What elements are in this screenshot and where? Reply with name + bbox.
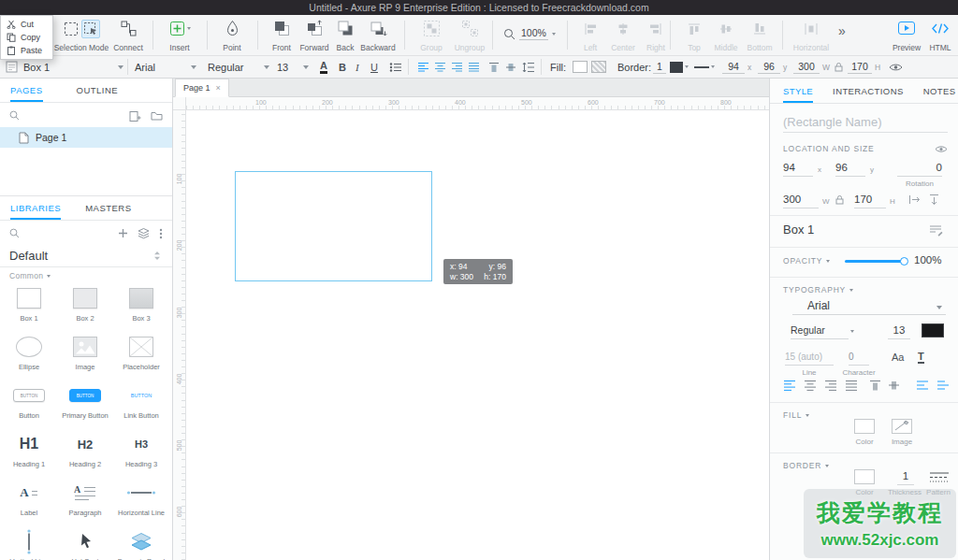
menu-item-cut[interactable]: Cut	[1, 18, 52, 31]
text-align-justify-icon[interactable]	[845, 380, 858, 391]
border-pattern-icon[interactable]	[929, 471, 950, 483]
opacity-value[interactable]: 100%	[914, 253, 951, 269]
zoom-control[interactable]: 100%	[503, 27, 556, 40]
edit-style-icon[interactable]	[929, 224, 943, 237]
border-section-header[interactable]: BORDER	[783, 461, 829, 470]
fill-color-swatch[interactable]	[854, 419, 875, 434]
vertical-align-top-icon[interactable]	[869, 380, 881, 391]
font-family-dropdown[interactable]: Arial	[135, 56, 196, 78]
width-field[interactable]: 300	[783, 193, 819, 208]
send-backward-button[interactable]: Backward	[357, 19, 399, 52]
widget-ellipse[interactable]: Ellipse	[1, 331, 57, 380]
close-tab-icon[interactable]: ×	[216, 84, 221, 93]
widget-hot-spot[interactable]: Hot Spot	[57, 525, 113, 560]
tab-interactions[interactable]: INTERACTIONS	[833, 79, 904, 103]
add-library-icon[interactable]	[118, 228, 128, 238]
text-align-right-button[interactable]	[451, 56, 463, 78]
bring-forward-button[interactable]: Forward	[296, 19, 333, 52]
insert-button[interactable]: Insert	[159, 19, 200, 52]
line-height-icon[interactable]	[916, 380, 929, 391]
search-icon[interactable]	[9, 228, 20, 238]
widget-vertical-line[interactable]: Vertical Line	[1, 525, 57, 560]
vertical-align-middle-button[interactable]	[505, 56, 516, 78]
text-case-button[interactable]: Aa	[892, 352, 904, 363]
line-spacing-button[interactable]	[522, 56, 535, 78]
tab-outline[interactable]: OUTLINE	[77, 79, 119, 102]
border-width-field[interactable]: 1	[653, 56, 666, 78]
widget-box-2[interactable]: Box 2	[57, 282, 113, 331]
library-stack-icon[interactable]	[138, 227, 150, 239]
fill-pattern-swatch[interactable]	[591, 56, 606, 78]
lock-ratio-icon[interactable]	[835, 194, 844, 205]
rotation-field[interactable]: 0	[897, 161, 942, 177]
bullet-list-button[interactable]	[389, 56, 402, 78]
baseline-button[interactable]: T	[918, 351, 924, 364]
tab-notes[interactable]: NOTES	[923, 79, 956, 103]
text-align-left-icon[interactable]	[783, 380, 796, 391]
width-field[interactable]: 300 W	[793, 56, 830, 78]
fill-section-header[interactable]: FILL	[783, 410, 809, 420]
x-position-field[interactable]: 94 x	[722, 56, 751, 78]
widget-button[interactable]: BUTTON Button	[1, 380, 57, 428]
search-icon[interactable]	[9, 110, 20, 121]
more-options-icon[interactable]	[159, 228, 163, 239]
character-spacing-field[interactable]: 0	[849, 350, 869, 366]
html-export-button[interactable]: HTML	[924, 19, 956, 52]
vertical-align-top-button[interactable]	[488, 56, 500, 78]
opacity-section-header[interactable]: OPACITY	[783, 256, 830, 266]
widget-heading-2[interactable]: H2 Heading 2	[57, 428, 113, 477]
point-tool-button[interactable]: Point	[213, 19, 251, 52]
text-align-left-button[interactable]	[417, 56, 429, 78]
widget-heading-1[interactable]: H1 Heading 1	[1, 428, 57, 477]
widget-name-input[interactable]	[783, 112, 948, 133]
text-align-right-icon[interactable]	[824, 380, 837, 391]
menu-item-copy[interactable]: Copy	[1, 31, 52, 44]
page-list-item[interactable]: Page 1	[0, 127, 172, 148]
widget-box-3[interactable]: Box 3	[113, 282, 169, 331]
library-select[interactable]: Default	[0, 245, 172, 267]
design-canvas[interactable]: x: 94 y: 96 w: 300 h: 170	[186, 110, 769, 560]
widget-dynamic-panel[interactable]: Dynamic Panel	[113, 525, 169, 560]
eye-icon[interactable]	[935, 145, 948, 153]
send-to-back-button[interactable]: Back	[331, 19, 359, 52]
selection-mode-button[interactable]: Selection Mode	[47, 19, 116, 52]
fill-image-swatch[interactable]	[892, 419, 912, 434]
widget-heading-3[interactable]: H3 Heading 3	[113, 428, 169, 477]
tab-libraries[interactable]: LIBRARIES	[10, 196, 61, 220]
visibility-toggle-button[interactable]	[889, 56, 903, 78]
underline-button[interactable]: U	[370, 56, 378, 78]
font-size-field[interactable]: 13	[888, 323, 910, 339]
common-section-header[interactable]: Common	[9, 271, 51, 280]
paragraph-spacing-icon[interactable]	[936, 380, 950, 391]
border-color-swatch[interactable]	[670, 56, 689, 78]
resize-vertical-icon[interactable]	[929, 194, 939, 206]
widget-paragraph[interactable]: A Paragraph	[57, 477, 113, 525]
y-field[interactable]: 96	[835, 161, 865, 177]
widget-horizontal-line[interactable]: Horizontal Line	[113, 477, 169, 525]
font-size-dropdown[interactable]: 13	[277, 56, 309, 78]
tab-pages[interactable]: PAGES	[10, 79, 43, 102]
typography-section-header[interactable]: TYPOGRAPHY	[783, 285, 853, 294]
bring-to-front-button[interactable]: Front	[266, 19, 298, 52]
bold-button[interactable]: B	[339, 56, 346, 78]
text-align-center-icon[interactable]	[804, 380, 817, 391]
height-field[interactable]: 170 H	[848, 56, 880, 78]
font-style-select[interactable]: Regular	[791, 323, 849, 339]
widget-primary-button[interactable]: BUTTON Primary Button	[57, 380, 113, 428]
height-field[interactable]: 170	[854, 193, 886, 208]
add-page-icon[interactable]	[129, 110, 141, 122]
lock-aspect-button[interactable]	[835, 56, 843, 78]
opacity-slider-knob[interactable]	[900, 257, 908, 266]
widget-image[interactable]: Image	[57, 331, 113, 380]
text-align-justify-button[interactable]	[468, 56, 480, 78]
fill-color-swatch[interactable]	[573, 56, 588, 78]
drawn-rectangle[interactable]	[235, 171, 432, 281]
italic-button[interactable]: I	[356, 56, 359, 78]
font-family-select[interactable]: Arial	[792, 299, 946, 315]
font-style-dropdown[interactable]: Regular	[208, 56, 269, 78]
widget-placeholder[interactable]: Placeholder	[113, 331, 169, 380]
resize-horizontal-icon[interactable]	[908, 194, 921, 205]
widget-link-button[interactable]: BUTTON Link Button	[113, 380, 169, 428]
widget-box-1[interactable]: Box 1	[1, 282, 57, 331]
toolbar-overflow-chevron[interactable]: »	[838, 23, 846, 38]
